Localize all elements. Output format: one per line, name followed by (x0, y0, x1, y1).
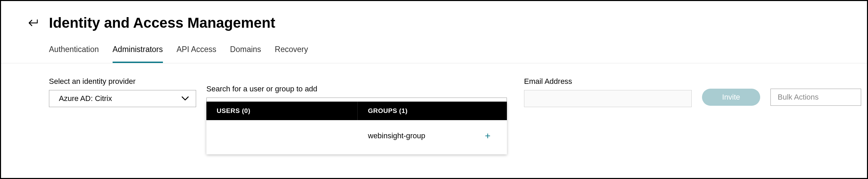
users-header: USERS (0) (206, 102, 358, 120)
users-column (206, 120, 358, 154)
identity-provider-label: Select an identity provider (49, 77, 196, 86)
email-input[interactable] (524, 90, 692, 107)
tabs-row: Authentication Administrators API Access… (1, 31, 867, 63)
tab-recovery[interactable]: Recovery (275, 45, 308, 63)
page-title: Identity and Access Management (49, 15, 275, 31)
plus-icon[interactable]: + (485, 131, 490, 141)
tab-domains[interactable]: Domains (230, 45, 261, 63)
chevron-down-icon (181, 96, 189, 101)
search-label: Search for a user or group to add (206, 85, 507, 93)
identity-provider-select[interactable]: Azure AD: Citrix (49, 90, 196, 107)
identity-provider-group: Select an identity provider Azure AD: Ci… (49, 77, 196, 107)
bulk-actions-placeholder: Bulk Actions (778, 93, 819, 102)
tab-administrators[interactable]: Administrators (113, 45, 163, 63)
tab-api-access[interactable]: API Access (177, 45, 216, 63)
identity-provider-value: Azure AD: Citrix (59, 94, 112, 103)
group-result-name: webinsight-group (368, 131, 425, 140)
bulk-actions-select[interactable]: Bulk Actions (770, 89, 861, 106)
groups-header: GROUPS (1) (358, 102, 507, 120)
groups-column: webinsight-group + (358, 120, 507, 154)
invite-button[interactable]: Invite (702, 89, 760, 106)
back-icon[interactable] (28, 19, 39, 27)
search-results-dropdown: USERS (0) GROUPS (1) webinsight-group + (206, 102, 507, 154)
tab-authentication[interactable]: Authentication (49, 45, 99, 63)
group-result-item[interactable]: webinsight-group + (358, 128, 507, 143)
email-group: Email Address (524, 77, 692, 107)
search-group: Search for a user or group to add USERS … (206, 77, 507, 115)
email-label: Email Address (524, 77, 692, 86)
